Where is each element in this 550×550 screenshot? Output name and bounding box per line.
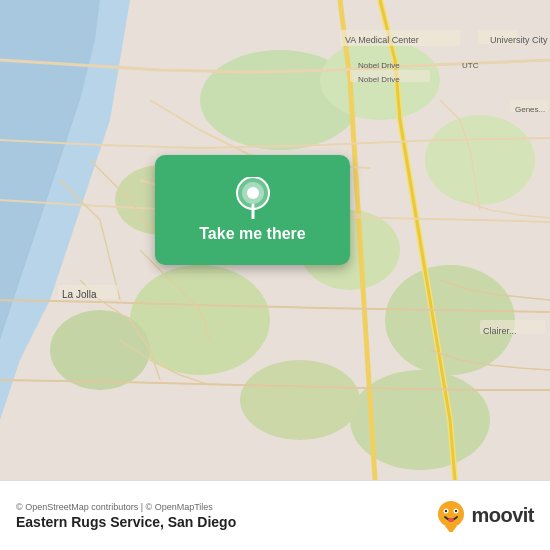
svg-point-10: [425, 115, 535, 205]
action-card[interactable]: Take me there: [155, 155, 350, 265]
svg-text:UTC: UTC: [462, 61, 479, 70]
svg-point-31: [438, 501, 464, 527]
svg-text:Nobel Drive: Nobel Drive: [358, 75, 400, 84]
svg-text:VA Medical Center: VA Medical Center: [345, 35, 419, 45]
map-container: VA Medical Center University City Nobel …: [0, 0, 550, 480]
moovit-text: moovit: [471, 504, 534, 527]
place-name: Eastern Rugs Service, San Diego: [16, 514, 236, 530]
take-me-there-button[interactable]: Take me there: [199, 225, 305, 243]
svg-point-5: [130, 265, 270, 375]
svg-point-12: [240, 360, 360, 440]
svg-text:Clairer...: Clairer...: [483, 326, 517, 336]
svg-point-34: [445, 509, 447, 511]
svg-marker-37: [445, 526, 457, 532]
svg-text:University City: University City: [490, 35, 548, 45]
attribution: © OpenStreetMap contributors | © OpenMap…: [16, 502, 236, 512]
svg-text:Nobel Drive: Nobel Drive: [358, 61, 400, 70]
svg-point-35: [455, 509, 457, 511]
svg-text:La Jolla: La Jolla: [62, 289, 97, 300]
bottom-info: © OpenStreetMap contributors | © OpenMap…: [16, 502, 236, 530]
bottom-bar: © OpenStreetMap contributors | © OpenMap…: [0, 480, 550, 550]
svg-point-36: [448, 518, 454, 522]
location-pin-icon: [232, 177, 274, 219]
moovit-logo[interactable]: moovit: [435, 500, 534, 532]
moovit-icon: [435, 500, 467, 532]
svg-text:Genes...: Genes...: [515, 105, 545, 114]
svg-point-29: [247, 187, 259, 199]
